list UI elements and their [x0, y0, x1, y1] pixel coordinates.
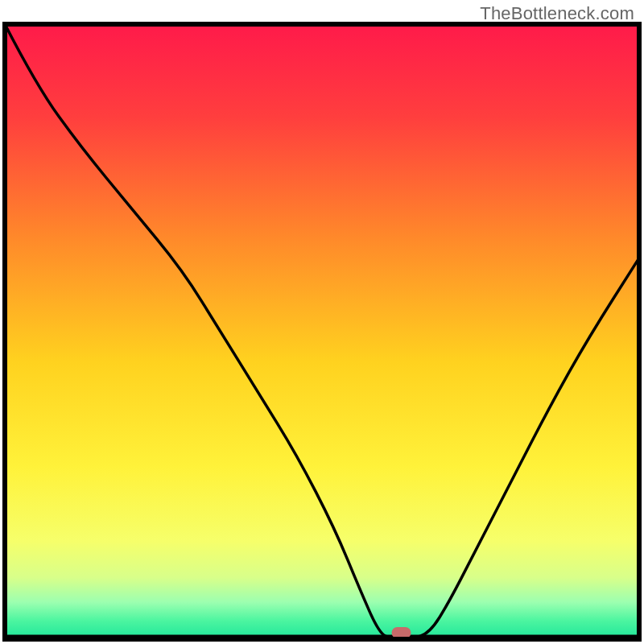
plot-background [5, 24, 639, 639]
chart-container: TheBottleneck.com [0, 0, 644, 644]
optimal-point-marker [392, 627, 411, 638]
bottleneck-chart [0, 0, 644, 644]
watermark-text: TheBottleneck.com [480, 3, 634, 24]
